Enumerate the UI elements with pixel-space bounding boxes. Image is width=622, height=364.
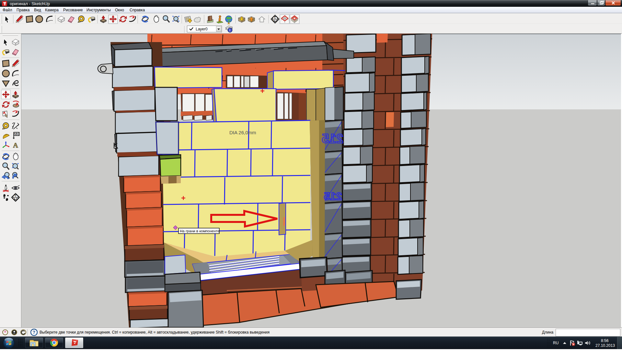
svg-text:C: C (15, 194, 17, 197)
svg-text:DIA 26,0mm: DIA 26,0mm (229, 130, 256, 135)
svg-text:i: i (229, 28, 230, 32)
svg-text:A: A (13, 141, 18, 149)
svg-text:C: C (274, 16, 276, 19)
svg-text:ABC: ABC (14, 132, 19, 136)
svg-text:На грани в компоненте: На грани в компоненте (180, 229, 220, 233)
svg-text:215: 215 (324, 190, 342, 202)
svg-text:A-5: A-5 (273, 19, 277, 22)
svg-text:Layer0: Layer0 (196, 27, 208, 31)
svg-text:215: 215 (322, 131, 343, 146)
svg-text:?: ? (33, 330, 36, 335)
svg-text:A-5: A-5 (14, 198, 17, 200)
